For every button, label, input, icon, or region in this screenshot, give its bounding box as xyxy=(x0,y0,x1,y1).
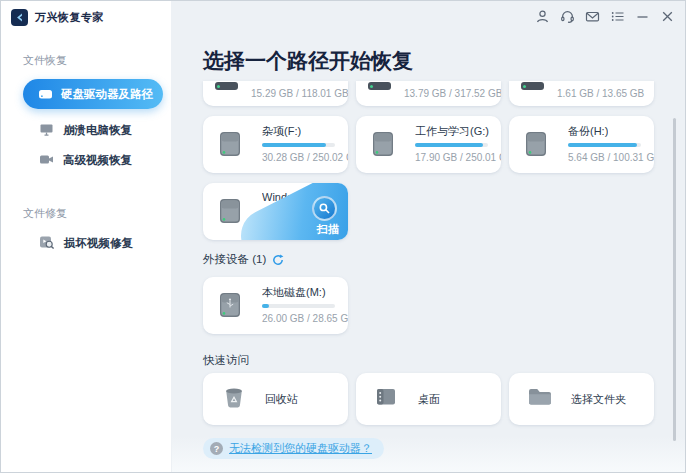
app-logo: 万兴恢复专家 xyxy=(11,9,104,26)
drive-name: 工作与学习(G:) xyxy=(415,124,489,139)
quick-access-label: 快速访问 xyxy=(203,353,249,368)
desktop-icon xyxy=(374,385,398,413)
quick-access-recycle-bin[interactable]: 回收站 xyxy=(203,373,348,425)
hard-drive-icon xyxy=(521,129,551,163)
drive-card-m-usb[interactable]: 本地磁盘(M:) 26.00 GB / 28.65 GB xyxy=(203,277,348,334)
drive-size: 5.64 GB / 100.31 GB xyxy=(568,152,654,163)
drive-row-partial: 15.29 GB / 118.01 GB 13.79 GB / 317.52 G… xyxy=(203,81,655,106)
account-icon[interactable] xyxy=(534,8,550,24)
app-title: 万兴恢复专家 xyxy=(35,10,104,25)
recycle-bin-icon xyxy=(221,384,247,414)
drive-size: 15.29 GB / 118.01 GB xyxy=(251,88,348,99)
vertical-scrollbar-thumb[interactable] xyxy=(673,118,676,441)
drive-card-windows-re[interactable]: Windows RE tools 244.78 MB / 98 扫描 xyxy=(203,183,348,240)
hard-drive-icon xyxy=(215,129,245,163)
drive-row: Windows RE tools 244.78 MB / 98 扫描 xyxy=(203,183,655,240)
sidebar-item-video-repair[interactable]: 损坏视频修复 xyxy=(39,234,133,252)
sidebar-item-label: 崩溃电脑恢复 xyxy=(63,123,132,138)
usage-bar xyxy=(262,143,335,147)
video-camera-icon xyxy=(39,152,54,169)
usb-drive-icon xyxy=(215,290,245,324)
quick-access-label: 桌面 xyxy=(418,392,440,407)
drive-card-g[interactable]: 工作与学习(G:) 17.90 GB / 250.01 GB xyxy=(356,116,501,173)
sidebar-item-drives-selected[interactable]: 硬盘驱动器及路径 xyxy=(23,79,163,109)
hard-drive-icon xyxy=(215,196,245,230)
quick-access-label: 回收站 xyxy=(265,392,298,407)
refresh-icon[interactable] xyxy=(272,254,284,266)
scan-label: 扫描 xyxy=(317,222,339,237)
menu-list-icon[interactable] xyxy=(609,8,625,24)
hard-drive-icon xyxy=(368,129,398,163)
external-devices-section: 外接设备 (1) xyxy=(203,252,284,267)
quick-access-desktop[interactable]: 桌面 xyxy=(356,373,501,425)
usage-bar xyxy=(568,143,641,147)
section-file-recovery: 文件恢复 xyxy=(23,53,67,68)
sidebar-item-video-recovery[interactable]: 高级视频恢复 xyxy=(39,152,132,169)
drive-name: 备份(H:) xyxy=(568,124,608,139)
hard-drive-icon xyxy=(368,82,391,90)
drive-not-detected-notice: ? 无法检测到您的硬盘驱动器？ xyxy=(203,438,384,459)
drive-size: 30.28 GB / 250.02 GB xyxy=(262,152,348,163)
section-file-repair: 文件修复 xyxy=(23,206,67,221)
usage-bar xyxy=(262,304,335,308)
support-headset-icon[interactable] xyxy=(559,8,575,24)
hard-drive-icon xyxy=(521,82,544,90)
quick-access-label: 选择文件夹 xyxy=(571,392,626,407)
drive-row: 杂项(F:) 30.28 GB / 250.02 GB 工作与学习(G:) 17… xyxy=(203,116,655,173)
external-drive-row: 本地磁盘(M:) 26.00 GB / 28.65 GB xyxy=(203,277,655,334)
hard-drive-icon xyxy=(38,86,53,103)
drive-card-partial[interactable]: 15.29 GB / 118.01 GB xyxy=(203,81,348,106)
close-icon[interactable] xyxy=(659,8,675,24)
recoverit-logo-icon xyxy=(11,9,28,26)
drive-not-detected-link[interactable]: 无法检测到您的硬盘驱动器？ xyxy=(229,441,372,456)
drive-size: 17.90 GB / 250.01 GB xyxy=(415,152,501,163)
sidebar: 万兴恢复专家 文件恢复 硬盘驱动器及路径 崩溃电脑恢复 高级视频恢复 文件修复 xyxy=(1,1,171,472)
drive-name: 本地磁盘(M:) xyxy=(262,285,326,300)
quick-access-section: 快速访问 xyxy=(203,353,249,368)
sidebar-item-crash-recovery[interactable]: 崩溃电脑恢复 xyxy=(39,122,132,139)
drive-size: 26.00 GB / 28.65 GB xyxy=(262,313,348,324)
drive-size: 13.79 GB / 317.52 GB xyxy=(404,88,501,99)
drive-card-f[interactable]: 杂项(F:) 30.28 GB / 250.02 GB xyxy=(203,116,348,173)
drive-name: 杂项(F:) xyxy=(262,124,301,139)
hard-drive-icon xyxy=(215,82,238,90)
drive-card-partial[interactable]: 1.61 GB / 13.65 GB xyxy=(509,81,654,106)
drive-card-partial[interactable]: 13.79 GB / 317.52 GB xyxy=(356,81,501,106)
quick-access-select-folder[interactable]: 选择文件夹 xyxy=(509,373,654,425)
feedback-mail-icon[interactable] xyxy=(584,8,600,24)
drive-size: 1.61 GB / 13.65 GB xyxy=(557,88,644,99)
external-devices-label: 外接设备 (1) xyxy=(203,252,266,267)
sidebar-item-label: 损坏视频修复 xyxy=(64,236,133,251)
titlebar-actions xyxy=(534,8,675,24)
page-title: 选择一个路径开始恢复 xyxy=(203,47,413,75)
video-repair-magnifier-icon xyxy=(39,234,55,252)
quick-access-row: 回收站 桌面 选择文件夹 xyxy=(203,373,655,425)
computer-monitor-icon xyxy=(39,122,54,139)
usage-bar xyxy=(415,143,488,147)
sidebar-item-label: 硬盘驱动器及路径 xyxy=(61,87,153,102)
help-icon: ? xyxy=(210,442,223,455)
minimize-icon[interactable] xyxy=(634,8,650,24)
folder-icon xyxy=(527,385,553,413)
scan-button[interactable] xyxy=(312,196,337,221)
drive-card-h[interactable]: 备份(H:) 5.64 GB / 100.31 GB xyxy=(509,116,654,173)
sidebar-item-label: 高级视频恢复 xyxy=(63,153,132,168)
app-window: 万兴恢复专家 文件恢复 硬盘驱动器及路径 崩溃电脑恢复 高级视频恢复 文件修复 xyxy=(0,0,686,473)
